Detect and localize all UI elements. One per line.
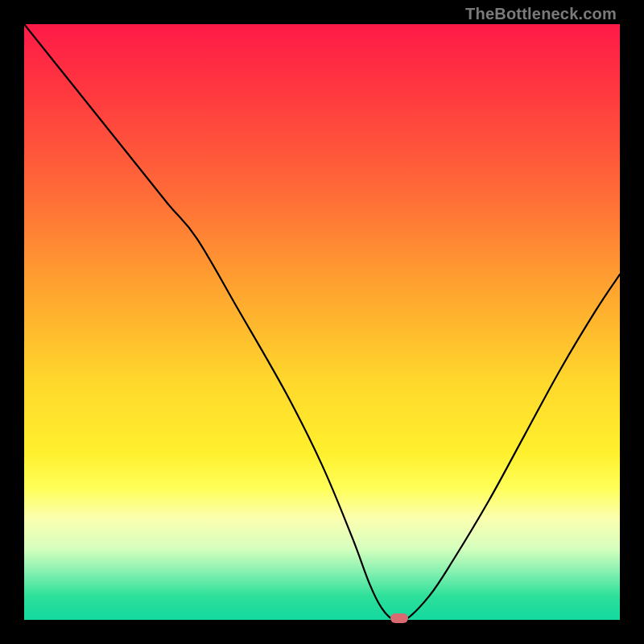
chart-frame: TheBottleneck.com: [0, 0, 644, 644]
plot-area: [24, 24, 620, 620]
watermark-text: TheBottleneck.com: [465, 5, 617, 23]
bottleneck-curve: [24, 24, 620, 620]
optimum-marker: [390, 613, 408, 623]
curve-svg: [24, 24, 620, 620]
